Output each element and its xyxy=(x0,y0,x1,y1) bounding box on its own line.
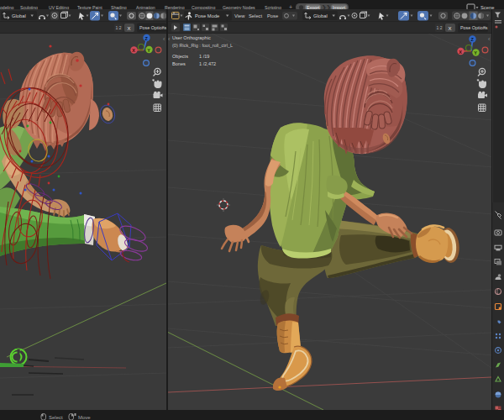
svg-text:Pose Mode: Pose Mode xyxy=(195,13,219,18)
svg-text:Objects: Objects xyxy=(172,54,188,59)
svg-text:Y: Y xyxy=(147,48,150,53)
svg-text:Y: Y xyxy=(474,50,477,55)
svg-text:User Orthographic: User Orthographic xyxy=(172,35,211,40)
svg-text:1:2: 1:2 xyxy=(116,25,122,30)
svg-text:X: X xyxy=(132,48,135,53)
svg-text:Pose: Pose xyxy=(267,13,278,18)
svg-text:Global: Global xyxy=(313,13,328,18)
svg-text:Pose Options: Pose Options xyxy=(460,25,488,30)
svg-text:Bones: Bones xyxy=(172,61,186,66)
svg-text:Global: Global xyxy=(12,13,26,18)
svg-text:(0) Rick_Rig : foot_roll_ctrl_: (0) Rick_Rig : foot_roll_ctrl_L xyxy=(172,43,233,48)
svg-text:Select: Select xyxy=(249,13,263,18)
svg-text:X: X xyxy=(459,50,462,55)
svg-text:View: View xyxy=(234,13,245,18)
svg-text:1 /2,472: 1 /2,472 xyxy=(199,61,216,66)
svg-text:Pose Options: Pose Options xyxy=(139,25,166,30)
svg-text:Move: Move xyxy=(78,415,91,420)
svg-text:1 /19: 1 /19 xyxy=(199,54,209,59)
svg-text:X: X xyxy=(128,26,131,31)
svg-text:X: X xyxy=(449,26,452,31)
svg-text:1:2: 1:2 xyxy=(437,25,443,30)
svg-text:Select: Select xyxy=(49,415,63,420)
